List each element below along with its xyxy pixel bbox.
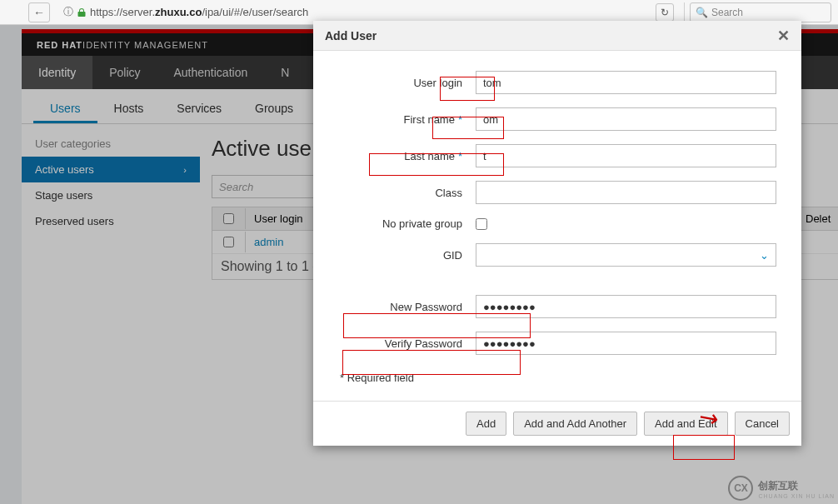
modal-title: Add User (325, 29, 377, 42)
label-user-login: User login (338, 77, 476, 89)
add-and-edit-button[interactable]: Add and Edit (644, 412, 727, 436)
chevron-down-icon: ⌄ (760, 249, 769, 262)
add-user-modal: Add User ✕ User login First name* Last n… (313, 21, 801, 446)
label-last-name: Last name* (338, 150, 476, 162)
label-gid: GID (338, 249, 476, 262)
input-first-name[interactable] (476, 107, 776, 131)
input-user-login[interactable] (476, 71, 776, 94)
info-icon: ⓘ (63, 5, 73, 19)
label-first-name: First name* (338, 113, 476, 126)
input-new-password[interactable] (476, 295, 776, 318)
input-class[interactable] (476, 181, 776, 204)
reload-button[interactable]: ↻ (656, 3, 674, 22)
watermark-sub: CHUANG XIN HU LIAN (758, 493, 835, 499)
close-icon[interactable]: ✕ (777, 27, 790, 45)
url-text: https://server.zhuxu.co/ipa/ui/#/e/user/… (90, 6, 308, 18)
label-no-private-group: No private group (338, 217, 476, 230)
toolbar-separator (684, 2, 685, 22)
label-class: Class (338, 187, 476, 199)
input-last-name[interactable] (476, 144, 776, 167)
add-button[interactable]: Add (466, 412, 506, 436)
browser-search-placeholder: Search (711, 7, 743, 18)
required-note: * Required field (338, 368, 776, 397)
back-button[interactable]: ← (28, 2, 50, 22)
modal-body: User login First name* Last name* Class … (313, 51, 801, 401)
search-icon: 🔍 (696, 7, 708, 18)
modal-header: Add User ✕ (313, 21, 801, 51)
browser-search[interactable]: 🔍 Search (690, 2, 831, 22)
watermark-text: 创新互联 (758, 480, 798, 492)
label-new-password: New Password (338, 301, 476, 313)
select-gid[interactable]: ⌄ (476, 243, 776, 267)
address-bar[interactable]: ⓘ https://server.zhuxu.co/ipa/ui/#/e/use… (63, 5, 656, 19)
modal-footer: Add Add and Add Another Add and Edit Can… (313, 401, 801, 446)
cancel-button[interactable]: Cancel (735, 412, 790, 436)
watermark: CX 创新互联 CHUANG XIN HU LIAN (728, 476, 835, 501)
checkbox-no-private-group[interactable] (476, 218, 487, 230)
label-verify-password: Verify Password (338, 337, 476, 350)
watermark-icon: CX (728, 476, 753, 501)
lock-icon (77, 7, 87, 17)
add-and-add-another-button[interactable]: Add and Add Another (513, 412, 637, 436)
input-verify-password[interactable] (476, 332, 776, 355)
